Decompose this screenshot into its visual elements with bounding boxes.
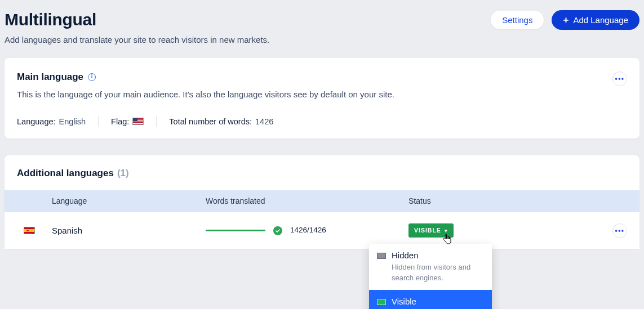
flag-label: Flag: — [111, 116, 129, 127]
visible-swatch-icon — [377, 299, 386, 305]
add-language-label: Add Language — [573, 16, 628, 24]
additional-languages-count: (1) — [117, 167, 129, 180]
additional-languages-card: Additional languages (1) Language Words … — [5, 155, 639, 249]
column-language: Language — [52, 196, 206, 207]
word-count-meta: Total number of words: 1426 — [169, 116, 273, 127]
row-more-button[interactable]: ••• — [612, 223, 627, 238]
status-option-visible-title: Visible — [392, 297, 484, 307]
settings-button[interactable]: Settings — [491, 11, 544, 29]
check-icon — [273, 226, 282, 235]
word-count-value: 1426 — [255, 116, 273, 127]
us-flag-icon — [132, 118, 144, 125]
status-option-hidden-title: Hidden — [392, 250, 484, 261]
main-language-title: Main language — [17, 70, 83, 84]
language-value: English — [59, 116, 86, 127]
chevron-down-icon: ▾ — [445, 227, 448, 235]
additional-languages-title: Additional languages — [17, 167, 114, 180]
language-label: Language: — [17, 116, 56, 127]
flag-meta: Flag: — [111, 116, 144, 127]
hidden-swatch-icon — [377, 253, 386, 259]
column-words-translated: Words translated — [206, 196, 408, 207]
progress-bar — [206, 230, 265, 231]
page-title: Multilingual — [5, 8, 269, 32]
pointer-cursor-icon — [442, 234, 452, 245]
main-language-card: Main language i This is the language of … — [5, 58, 639, 138]
info-icon[interactable]: i — [88, 73, 96, 81]
table-header: Language Words translated Status — [5, 190, 639, 213]
plus-icon: + — [563, 15, 569, 25]
main-language-more-button[interactable]: ••• — [612, 71, 627, 86]
add-language-button[interactable]: + Add Language — [552, 10, 639, 30]
translated-count: 1426/1426 — [290, 225, 326, 236]
language-meta: Language: English — [17, 116, 86, 127]
divider — [98, 116, 99, 127]
dots-icon: ••• — [615, 75, 624, 82]
status-option-hidden[interactable]: Hidden Hidden from visitors and search e… — [369, 244, 492, 289]
es-flag-icon — [24, 227, 35, 234]
status-dropdown: Hidden Hidden from visitors and search e… — [369, 244, 492, 309]
status-badge-text: VISIBLE — [414, 226, 441, 235]
column-status: Status — [408, 196, 639, 207]
status-option-hidden-desc: Hidden from visitors and search engines. — [392, 262, 484, 283]
status-option-visible[interactable]: Visible Visible to visitors and search e… — [369, 290, 492, 309]
language-name: Spanish — [52, 225, 206, 236]
dots-icon: ••• — [615, 227, 624, 234]
word-count-label: Total number of words: — [169, 116, 252, 127]
table-row: Spanish 1426/1426 VISIBLE ▾ — [5, 212, 639, 249]
main-language-description: This is the language of your main audien… — [17, 88, 627, 100]
page-subtitle: Add languages and translate your site to… — [5, 34, 269, 46]
divider — [156, 116, 157, 127]
